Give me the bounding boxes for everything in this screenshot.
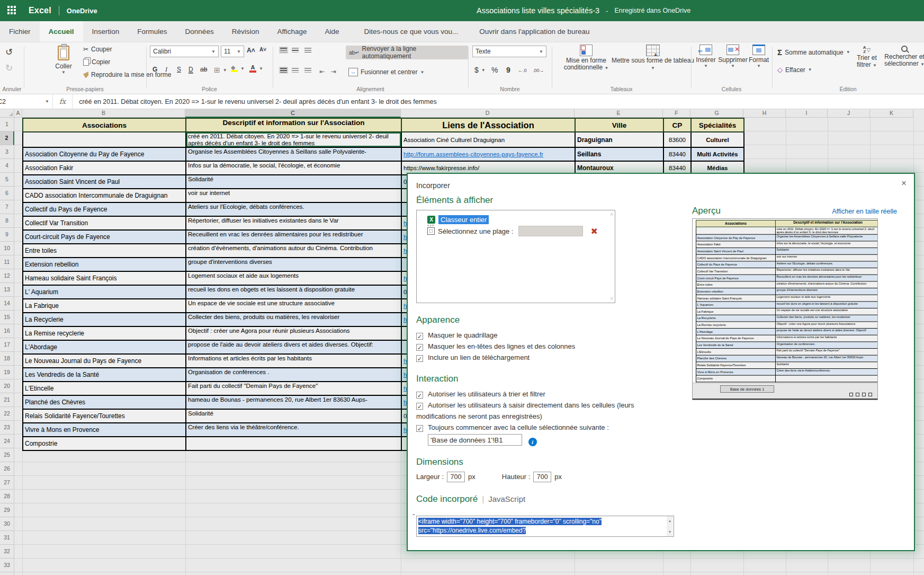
row-header-21[interactable]: 21 <box>0 393 14 407</box>
cell-C4[interactable]: Infos sur la démocratie, le social, l'éc… <box>775 241 878 248</box>
row-header-34[interactable]: 34 <box>0 572 14 575</box>
cell-B23[interactable]: Vivre à Mons en Provence <box>696 369 775 376</box>
cell-C11[interactable]: groupe d'interventions diverses <box>186 258 401 271</box>
column-header-B[interactable]: B <box>22 109 185 118</box>
cell-B16[interactable]: La Remise recyclerie <box>23 326 186 340</box>
format-as-table-button[interactable]: A↓ Mettre sous forme de tableau▼ <box>618 45 688 72</box>
apparence-checkbox-1[interactable]: ✓ <box>416 333 423 340</box>
cell-F2[interactable]: 83600 <box>663 132 691 147</box>
italic-button[interactable]: I <box>165 66 167 74</box>
cell-C15[interactable]: Collecter des biens, produits ou matière… <box>775 315 878 322</box>
header-cell-e[interactable]: Ville <box>575 118 663 132</box>
cell-C11[interactable]: groupe d'interventions diverses <box>775 288 878 295</box>
remove-range-icon[interactable]: ✖ <box>590 226 597 236</box>
onedrive-link[interactable]: OneDrive <box>67 7 97 15</box>
cell-B3[interactable]: Association Citoyenne du Pay de Fayence <box>696 234 775 241</box>
cell-B10[interactable]: Entre toiles <box>696 281 775 288</box>
number-format-select[interactable]: Texte▼ <box>472 46 546 57</box>
tab-aide[interactable]: Aide <box>316 21 348 42</box>
decrease-indent-button[interactable]: ⇤ <box>319 68 325 75</box>
header-cell-d[interactable]: Liens de l'Association <box>401 118 575 132</box>
header-cell-c[interactable]: Descriptif et information sur l'Associat… <box>775 220 878 227</box>
row-header-5[interactable]: 5 <box>0 173 14 187</box>
cell-D3[interactable]: http://forum.assemblees-citoyennes-pays-… <box>401 147 575 161</box>
cell-B6[interactable]: CADO association Intercommunale de Dragu… <box>23 189 186 202</box>
cell-C18[interactable]: Informations et articles écrits par les … <box>186 354 401 368</box>
cell-C5[interactable]: Solidarité <box>186 175 401 189</box>
cell-C7[interactable]: Ateliers sur l'Ecologie, débats conféren… <box>186 202 401 216</box>
row-header-24[interactable]: 24 <box>0 435 14 448</box>
strikethrough-button[interactable]: ab <box>200 66 207 73</box>
elements-listbox[interactable]: X Classeur entier Sélectionnez une plage… <box>416 210 615 303</box>
start-cell-input[interactable]: 'Base de données 1'!B1 <box>428 434 522 446</box>
cell-B14[interactable]: La Fabrique <box>696 308 775 315</box>
cell-B17[interactable]: L'Abordage <box>23 340 186 354</box>
cell-B10[interactable]: Entre toiles <box>23 244 186 258</box>
tab-révision[interactable]: Révision <box>223 21 268 42</box>
cell-D2[interactable]: Association Ciné Culturel Draguignan <box>401 132 575 147</box>
cell-B13[interactable]: L' Aquarium <box>23 285 186 299</box>
align-center-button[interactable] <box>292 68 299 73</box>
height-input[interactable]: 700 <box>533 472 551 482</box>
cell-G2[interactable]: Culturel <box>691 132 744 147</box>
cut-button[interactable]: ✂Couper <box>83 46 112 53</box>
cell-B24[interactable]: Compostrie <box>23 437 186 450</box>
cell-C24[interactable] <box>775 375 878 382</box>
percent-format-button[interactable]: % <box>491 66 498 74</box>
align-bottom-button[interactable] <box>304 48 311 52</box>
row-header-1[interactable]: 1 <box>0 118 14 131</box>
redo-button[interactable]: ↻ <box>5 63 13 74</box>
column-header-D[interactable]: D <box>401 109 575 118</box>
clear-button[interactable]: ◇Effacer▼ <box>777 66 812 74</box>
cell-C4[interactable]: Infos sur la démocratie, le social, l'éc… <box>186 161 401 175</box>
row-header-9[interactable]: 9 <box>0 228 14 242</box>
workbook-item-label[interactable]: Classeur entier <box>438 215 489 224</box>
find-select-button[interactable]: Rechercher etsélectionner ▼ <box>884 46 924 68</box>
cell-C21[interactable]: hameau de Bounas - permanences 20, rue A… <box>775 355 878 362</box>
row-header-28[interactable]: 28 <box>0 490 14 503</box>
interaction-checkbox-3[interactable]: ✓ <box>416 425 423 432</box>
cell-B19[interactable]: Les Vendredis de la Santé <box>23 368 186 382</box>
tell-me-box[interactable]: Dites-nous ce que vous vou... <box>364 28 459 36</box>
borders-button[interactable]: ⊞▼ <box>214 66 227 74</box>
row-header-12[interactable]: 12 <box>0 269 14 283</box>
cell-C6[interactable]: voir sur internet <box>186 189 401 202</box>
cell-B15[interactable]: La Recyclerie <box>23 313 186 326</box>
cell-C21[interactable]: hameau de Bounas - permanences 20, rue A… <box>186 395 401 409</box>
cell-C5[interactable]: Solidarité <box>775 248 878 255</box>
format-cells-button[interactable]: Format▼ <box>748 45 769 68</box>
cell-C9[interactable]: Receuillent en vrac les denrées alimenta… <box>775 275 878 281</box>
cell-B17[interactable]: L'Abordage <box>696 329 775 335</box>
cell-C10[interactable]: création d'évènements, d'animations auto… <box>775 281 878 288</box>
row-header-2[interactable]: 2 <box>0 131 14 145</box>
row-header-26[interactable]: 26 <box>0 462 14 476</box>
header-cell-f[interactable]: CP <box>663 118 691 132</box>
row-header-18[interactable]: 18 <box>0 352 14 366</box>
codebox-scrollbar[interactable]: ▲▼ <box>667 516 673 536</box>
cell-C23[interactable]: Créer des liens via le théâtre/conférenc… <box>775 369 878 376</box>
underline-button[interactable]: S <box>177 66 181 73</box>
cell-C17[interactable]: propose de l'aide au devoir ateliers div… <box>775 329 878 335</box>
cell-C3[interactable]: Organise les Assemblées Citoyennes à Sei… <box>775 234 878 241</box>
cell-B2[interactable] <box>23 132 186 147</box>
cell-E2[interactable]: Draguignan <box>575 132 663 147</box>
cell-C12[interactable]: Logement sociaux et aide aux logements <box>186 271 401 285</box>
header-cell-b[interactable]: Associations <box>23 118 186 132</box>
cell-B12[interactable]: Hameau solidaire Saint François <box>696 295 775 302</box>
column-header-E[interactable]: E <box>575 109 663 118</box>
open-in-desktop-button[interactable]: Ouvrir dans l'application de bureau <box>479 28 589 36</box>
comma-format-button[interactable]: 9 <box>506 66 510 74</box>
merge-center-button[interactable]: ↔ Fusionner et centrer▼ <box>348 68 424 76</box>
app-launcher-icon[interactable] <box>7 6 17 15</box>
cell-B15[interactable]: La Recyclerie <box>696 315 775 322</box>
document-title[interactable]: Associations liste villes spécialités-3 <box>477 6 599 15</box>
cell-C19[interactable]: Organisation de conférences . <box>775 342 878 349</box>
listbox-scroll-up-icon[interactable]: ˄ <box>610 211 613 217</box>
cell-B21[interactable]: Planché des Chèvres <box>696 355 775 362</box>
increase-indent-button[interactable]: ⇥ <box>331 68 336 75</box>
close-icon[interactable]: × <box>901 178 907 189</box>
cell-B8[interactable]: Collectif Var Transition <box>696 268 775 275</box>
cell-C20[interactable]: Fait parti du collectif "Demain Pays de … <box>186 382 401 395</box>
cell-C23[interactable]: Créer des liens via le théâtre/conférenc… <box>186 423 401 437</box>
font-family-select[interactable]: Calibri▼ <box>150 46 219 57</box>
